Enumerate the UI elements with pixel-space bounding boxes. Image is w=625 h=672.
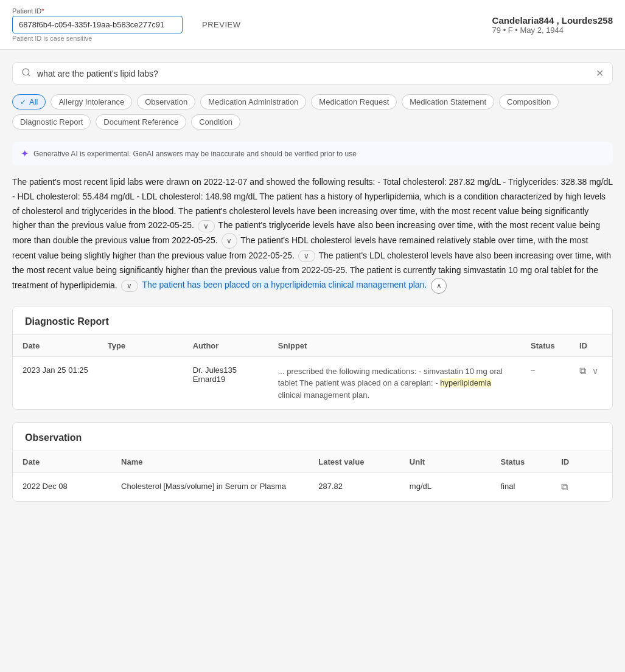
- chip-diagnostic-report[interactable]: Diagnostic Report: [12, 114, 91, 130]
- th-author: Author: [183, 334, 268, 356]
- required-marker: *: [41, 7, 44, 15]
- ai-notice: ✦ Generative AI is experimental. GenAI a…: [12, 142, 613, 165]
- diagnostic-report-card: Diagnostic Report Date Type Author Snipp…: [12, 306, 613, 410]
- chip-all[interactable]: ✓ All: [12, 94, 46, 109]
- observation-title: Observation: [13, 423, 612, 451]
- diagnostic-report-title: Diagnostic Report: [13, 307, 612, 334]
- obs-copy-icon[interactable]: ⧉: [561, 482, 568, 492]
- main-content: ✕ ✓ All Allergy Intolerance Observation …: [0, 50, 625, 526]
- chip-observation[interactable]: Observation: [137, 94, 195, 109]
- row-status: –: [521, 356, 570, 409]
- patient-details: 79 • F • May 2, 1944: [492, 26, 613, 35]
- obs-th-unit: Unit: [400, 451, 491, 473]
- obs-row-status: final: [491, 473, 551, 502]
- chip-med-statement-label: Medication Statement: [410, 97, 486, 106]
- chip-composition-label: Composition: [507, 97, 551, 106]
- check-icon: ✓: [20, 98, 26, 106]
- copy-icon[interactable]: ⧉: [579, 365, 586, 376]
- author-line2: Ernard19: [193, 375, 259, 384]
- preview-button[interactable]: PREVIEW: [195, 16, 248, 33]
- th-date: Date: [13, 334, 98, 356]
- status-value: –: [531, 365, 535, 375]
- chip-medication-administration[interactable]: Medication Administration: [200, 94, 306, 109]
- table-header-row: Date Type Author Snippet Status ID: [13, 334, 612, 356]
- patient-id-input[interactable]: [12, 16, 183, 33]
- th-id: ID: [570, 334, 612, 356]
- page-header: Patient ID* Patient ID is case sensitive…: [0, 0, 625, 50]
- table-row: 2023 Jan 25 01:25 Dr. Jules135 Ernard19 …: [13, 356, 612, 409]
- chip-med-request-label: Medication Request: [319, 97, 389, 106]
- answer-highlighted: The patient has been placed on a hyperli…: [142, 280, 428, 289]
- obs-header-row: Date Name Latest value Unit Status ID: [13, 451, 612, 473]
- answer-section: The patient's most recent lipid labs wer…: [12, 175, 613, 294]
- chip-medication-request[interactable]: Medication Request: [311, 94, 397, 109]
- expand-button-3[interactable]: ∨: [298, 250, 315, 262]
- obs-th-value: Latest value: [309, 451, 400, 473]
- patient-id-label: Patient ID*: [12, 7, 183, 15]
- obs-th-name: Name: [111, 451, 309, 473]
- th-type: Type: [98, 334, 183, 356]
- expand-button-2[interactable]: ∨: [222, 233, 237, 249]
- patient-name: Candelaria844 , Lourdes258: [492, 15, 613, 26]
- obs-row-name: Cholesterol [Mass/volume] in Serum or Pl…: [111, 473, 309, 502]
- chip-observation-label: Observation: [145, 97, 187, 106]
- expand-button-5[interactable]: ∧: [431, 278, 447, 294]
- th-snippet: Snippet: [268, 334, 521, 356]
- chevron-down-icon[interactable]: ∨: [592, 366, 598, 376]
- diagnostic-report-table: Date Type Author Snippet Status ID 2023 …: [13, 334, 612, 410]
- search-container: ✕: [12, 62, 613, 85]
- svg-point-0: [23, 69, 29, 75]
- obs-th-date: Date: [13, 451, 111, 473]
- row-snippet: ... prescribed the following medications…: [268, 356, 521, 409]
- chip-document-reference[interactable]: Document Reference: [96, 114, 186, 130]
- chip-diagnostic-label: Diagnostic Report: [20, 117, 83, 126]
- chip-medication-statement[interactable]: Medication Statement: [402, 94, 494, 109]
- chip-condition[interactable]: Condition: [191, 114, 240, 130]
- observation-table: Date Name Latest value Unit Status ID 20…: [13, 451, 612, 501]
- expand-button-4[interactable]: ∨: [121, 280, 138, 292]
- obs-row-id: ⧉: [551, 473, 612, 502]
- chip-condition-label: Condition: [199, 117, 232, 126]
- th-status: Status: [521, 334, 570, 356]
- chip-all-label: All: [29, 97, 38, 106]
- chip-allergy-intolerance[interactable]: Allergy Intolerance: [51, 94, 132, 109]
- snippet-suffix: clinical management plan.: [278, 390, 369, 400]
- ai-notice-text: Generative AI is experimental. GenAI ans…: [33, 150, 357, 158]
- obs-row-date: 2022 Dec 08: [13, 473, 111, 502]
- row-id: ⧉ ∨: [570, 356, 612, 409]
- chip-composition[interactable]: Composition: [499, 94, 559, 109]
- svg-line-1: [28, 74, 30, 76]
- chip-doc-ref-label: Document Reference: [103, 117, 178, 126]
- expand-button-1[interactable]: ∨: [198, 220, 215, 232]
- ai-icon: ✦: [21, 148, 29, 159]
- row-author: Dr. Jules135 Ernard19: [183, 356, 268, 409]
- search-input[interactable]: [37, 69, 590, 78]
- patient-info: Candelaria844 , Lourdes258 79 • F • May …: [492, 15, 613, 35]
- obs-table-row: 2022 Dec 08 Cholesterol [Mass/volume] in…: [13, 473, 612, 502]
- author-line1: Dr. Jules135: [193, 365, 259, 375]
- chip-allergy-label: Allergy Intolerance: [58, 97, 124, 106]
- row-actions: ⧉ ∨: [579, 365, 602, 376]
- obs-th-id: ID: [551, 451, 612, 473]
- row-date: 2023 Jan 25 01:25: [13, 356, 98, 409]
- search-clear-button[interactable]: ✕: [596, 68, 604, 79]
- obs-row-unit: mg/dL: [400, 473, 491, 502]
- patient-id-section: Patient ID* Patient ID is case sensitive: [12, 7, 183, 42]
- obs-th-status: Status: [491, 451, 551, 473]
- search-icon: [21, 68, 31, 79]
- row-type: [98, 356, 183, 409]
- obs-row-value: 287.82: [309, 473, 400, 502]
- chip-med-admin-label: Medication Administration: [208, 97, 298, 106]
- observation-card: Observation Date Name Latest value Unit …: [12, 422, 613, 502]
- filter-chips: ✓ All Allergy Intolerance Observation Me…: [12, 94, 613, 130]
- patient-id-hint: Patient ID is case sensitive: [12, 35, 183, 42]
- snippet-highlight: hyperlipidemia: [440, 378, 491, 387]
